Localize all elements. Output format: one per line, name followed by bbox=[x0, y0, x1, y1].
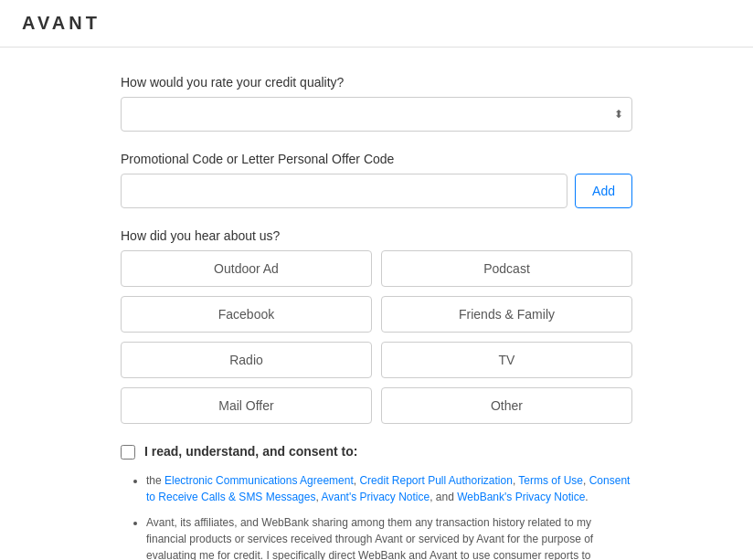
promo-row: Add bbox=[121, 174, 632, 208]
add-button[interactable]: Add bbox=[575, 174, 632, 208]
consent-label-row: I read, understand, and consent to: bbox=[121, 444, 632, 460]
hear-btn-radio[interactable]: Radio bbox=[121, 342, 372, 378]
logo: AVANT bbox=[22, 13, 731, 34]
hear-btn-other[interactable]: Other bbox=[381, 387, 632, 424]
consent-item-2: Avant, its affiliates, and WebBank shari… bbox=[146, 514, 632, 560]
consent-list: the Electronic Communications Agreement,… bbox=[121, 472, 632, 560]
credit-quality-select[interactable]: Excellent Good Fair Poor bbox=[121, 97, 632, 132]
hear-btn-facebook[interactable]: Facebook bbox=[121, 296, 372, 333]
hear-btn-friends-family[interactable]: Friends & Family bbox=[381, 296, 632, 333]
promo-input[interactable] bbox=[121, 174, 567, 208]
credit-quality-label: How would you rate your credit quality? bbox=[121, 75, 632, 90]
hear-btn-outdoor-ad[interactable]: Outdoor Ad bbox=[121, 250, 372, 287]
promo-label: Promotional Code or Letter Personal Offe… bbox=[121, 152, 632, 166]
hear-btn-podcast[interactable]: Podcast bbox=[381, 250, 632, 287]
hear-btn-tv[interactable]: TV bbox=[381, 342, 632, 378]
credit-quality-section: How would you rate your credit quality? … bbox=[121, 75, 632, 132]
link-webbank-privacy[interactable]: WebBank's Privacy Notice bbox=[457, 491, 585, 503]
link-avant-privacy[interactable]: Avant's Privacy Notice bbox=[321, 491, 430, 503]
consent-checkbox[interactable] bbox=[121, 445, 135, 460]
link-credit-report[interactable]: Credit Report Pull Authorization bbox=[359, 474, 512, 487]
hear-options-grid: Outdoor Ad Podcast Facebook Friends & Fa… bbox=[121, 250, 632, 424]
promo-section: Promotional Code or Letter Personal Offe… bbox=[121, 152, 632, 208]
consent-section: I read, understand, and consent to: the … bbox=[121, 444, 632, 560]
link-terms-of-use[interactable]: Terms of Use bbox=[518, 474, 583, 487]
consent-title: I read, understand, and consent to: bbox=[144, 444, 357, 459]
hear-btn-mail-offer[interactable]: Mail Offer bbox=[121, 387, 372, 424]
credit-quality-select-wrapper: Excellent Good Fair Poor ⬍ bbox=[121, 97, 632, 132]
header: AVANT bbox=[0, 0, 753, 48]
consent-item-1: the Electronic Communications Agreement,… bbox=[146, 472, 632, 505]
hear-about-label: How did you hear about us? bbox=[121, 228, 632, 243]
hear-about-section: How did you hear about us? Outdoor Ad Po… bbox=[121, 228, 632, 424]
main-content: How would you rate your credit quality? … bbox=[102, 48, 651, 560]
link-electronic-comm[interactable]: Electronic Communications Agreement bbox=[164, 474, 354, 487]
